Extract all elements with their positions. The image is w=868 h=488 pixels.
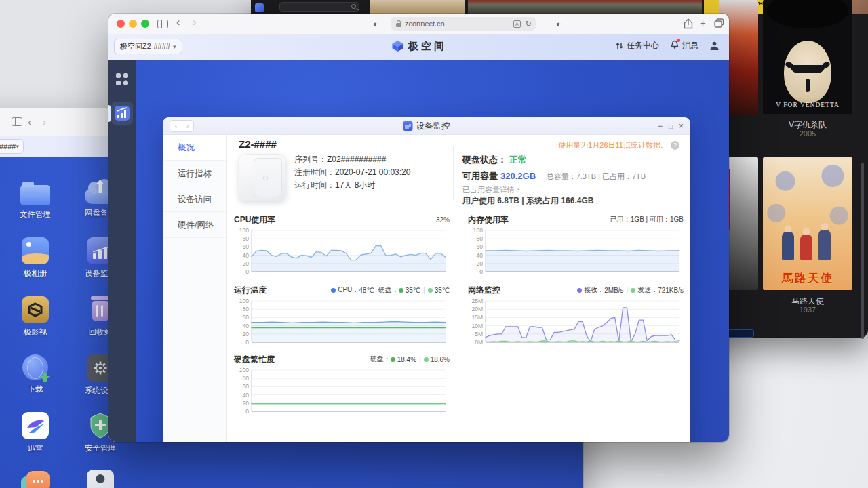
- cube-glyph: [28, 302, 43, 317]
- forward-icon[interactable]: ›: [193, 16, 196, 28]
- monitor-chart-icon: [115, 106, 130, 121]
- url-text: zconnect.cn: [405, 20, 445, 28]
- sidebar-toggle-icon[interactable]: [157, 20, 168, 28]
- movie-search-input[interactable]: [279, 2, 359, 12]
- dialog-window-controls: − □ ×: [658, 117, 684, 135]
- svg-text:40: 40: [243, 252, 250, 259]
- dialog-close-button[interactable]: ×: [679, 121, 684, 131]
- disk-busy-plot: 100806040200: [234, 367, 450, 417]
- cpu-usage-plot: 100806040200: [234, 227, 450, 277]
- device-name: Z2-####: [239, 138, 277, 150]
- device-overview: Z2-#### 序列号：Z02########## 注册时间：2020-07-2…: [227, 135, 690, 207]
- thunder-bird-icon: [22, 412, 49, 439]
- back-icon[interactable]: ‹: [28, 117, 31, 127]
- poster-strip-commandments[interactable]: [370, 0, 465, 14]
- disk-busy-chart: 硬盘繁忙度 硬盘： 18.4% | 18.6% 100806040200: [234, 354, 450, 419]
- desktop-app-downloads[interactable]: 下载: [14, 354, 57, 394]
- desktop-app-movies[interactable]: 极影视: [14, 296, 57, 338]
- page-content: ‹ › 设备监控 − □ × 概况 运: [108, 60, 729, 442]
- svg-text:60: 60: [477, 243, 484, 250]
- network-plot: 25M20M15M10M5M0M: [468, 298, 684, 348]
- divider: [453, 146, 454, 200]
- figure: [782, 232, 794, 260]
- svg-text:100: 100: [239, 367, 249, 373]
- svg-text:15M: 15M: [471, 314, 483, 321]
- reload-icon[interactable]: ↻: [526, 20, 532, 28]
- device-image: [239, 154, 286, 201]
- forward-icon[interactable]: ›: [43, 117, 46, 127]
- share-icon[interactable]: [684, 18, 693, 29]
- help-icon[interactable]: ?: [671, 141, 679, 150]
- desktop-app-thunder[interactable]: 迅雷: [14, 412, 57, 453]
- translate-icon[interactable]: A: [513, 20, 521, 28]
- chart-title: 网络监控: [468, 285, 500, 296]
- task-center-label: 任务中心: [627, 40, 659, 52]
- menu-item-hardware[interactable]: 硬件/网络: [163, 212, 226, 238]
- close-window-button[interactable]: [117, 20, 125, 28]
- tab-overview-icon[interactable]: [714, 18, 724, 28]
- url-bar[interactable]: zconnect.cn A ↻: [391, 17, 536, 30]
- minimize-window-button[interactable]: [129, 20, 137, 28]
- zoom-window-button[interactable]: [141, 20, 149, 28]
- usage-detail-label: 已占用容量详情：: [462, 185, 522, 195]
- dialog-minimize-button[interactable]: −: [658, 121, 663, 131]
- dialog-body: 概况 运行指标 设备访问 硬件/网络 Z2-#### 序列号：Z02######…: [163, 135, 690, 442]
- page-settings-icon[interactable]: ◐: [556, 19, 561, 29]
- header-meta: 任务中心 消息: [615, 40, 719, 52]
- privacy-shield-icon[interactable]: ◐: [373, 19, 378, 29]
- poster-v-for-vendetta[interactable]: V FOR VENDETTA: [763, 0, 852, 114]
- dialog-forward-button[interactable]: ›: [182, 121, 194, 131]
- launcher-grid-icon[interactable]: [116, 73, 128, 88]
- cpu-current-value: 32%: [436, 216, 450, 224]
- dialog-title-text: 设备监控: [416, 121, 450, 132]
- svg-text:80: 80: [477, 235, 484, 242]
- device-serial: 序列号：Z02##########: [294, 153, 410, 166]
- send-rate-value: 721KB/s: [658, 287, 684, 294]
- device-uptime: 运行时间：17天 8小时: [294, 179, 410, 192]
- poster-strip-war[interactable]: [468, 0, 702, 14]
- task-center-button[interactable]: 任务中心: [615, 40, 659, 52]
- messages-button[interactable]: 消息: [670, 40, 698, 52]
- dialog-menu: 概况 运行指标 设备访问 硬件/网络: [163, 135, 227, 442]
- svg-text:0: 0: [479, 268, 483, 275]
- browser-tab[interactable]: 极空间Z2-#### ▾: [114, 39, 182, 54]
- user-icon[interactable]: [709, 41, 719, 51]
- figure: [818, 230, 831, 260]
- new-tab-icon[interactable]: +: [700, 17, 706, 28]
- app-label: 文件管理: [20, 209, 51, 220]
- menu-item-metrics[interactable]: 运行指标: [163, 161, 226, 186]
- desktop-app-messages[interactable]: [14, 470, 57, 488]
- browser-tab[interactable]: 极空间Z2-#### ▾: [0, 139, 24, 154]
- svg-text:80: 80: [243, 235, 250, 242]
- back-icon[interactable]: ‹: [176, 16, 180, 28]
- svg-text:0: 0: [245, 339, 249, 346]
- menu-item-overview[interactable]: 概况: [163, 135, 226, 161]
- dialog-maximize-button[interactable]: □: [669, 123, 673, 130]
- scrollbar[interactable]: [861, 163, 864, 339]
- tab-title: 极空间Z2-####: [0, 142, 16, 152]
- svg-text:100: 100: [239, 227, 249, 234]
- send-dot-icon: [631, 288, 635, 293]
- menu-item-access[interactable]: 设备访问: [163, 186, 226, 212]
- desktop-app-account[interactable]: [79, 470, 122, 488]
- receive-rate-value: 2MB/s: [604, 287, 623, 294]
- disk2-busy-dot-icon: [424, 357, 429, 362]
- device-info: 序列号：Z02########## 注册时间：2020-07-21 00:03:…: [294, 153, 410, 192]
- desktop-app-photos[interactable]: 极相册: [14, 237, 57, 279]
- brand: 极空间: [391, 39, 447, 53]
- app-sidebar: [108, 60, 136, 442]
- svg-text:20: 20: [243, 331, 250, 338]
- sidebar-toggle-icon[interactable]: [12, 117, 22, 126]
- app-label: 安全管理: [85, 443, 116, 453]
- network-monitor-chart: 网络监控 接收：2MB/s | 发送：721KB/s 25M20M15M10M5…: [468, 285, 684, 350]
- brand-title: 极空间: [408, 40, 447, 53]
- sidebar-item-device-monitor[interactable]: [111, 102, 133, 125]
- poster-street-angel[interactable]: 馬路天使: [763, 157, 852, 290]
- desktop-app-file-manager[interactable]: 文件管理: [14, 180, 57, 220]
- svg-text:80: 80: [243, 306, 250, 312]
- svg-text:80: 80: [243, 375, 250, 382]
- screen: FOR THE V FOR VENDETTA V字仇杀队 2005 馬路天使 马…: [0, 0, 868, 488]
- memory-usage-plot: 100806040200: [468, 227, 684, 277]
- dialog-back-button[interactable]: ‹: [170, 121, 182, 131]
- svg-text:100: 100: [473, 227, 483, 234]
